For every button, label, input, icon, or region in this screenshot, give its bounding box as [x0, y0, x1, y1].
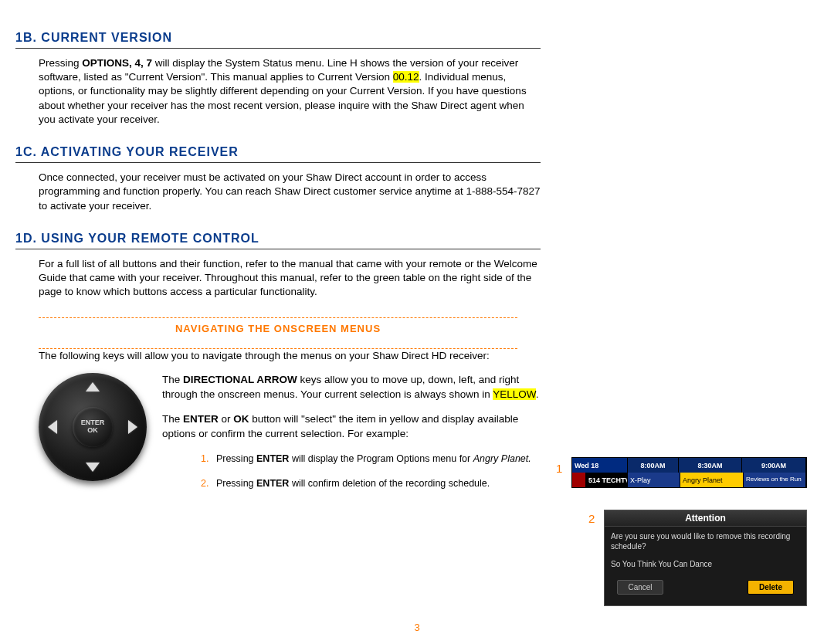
text: Pressing	[216, 453, 256, 464]
remote-dpad-image: ENTER OK	[39, 373, 147, 481]
guide-program-selected: Angry Planet	[680, 473, 744, 487]
yellow-highlight: YELLOW	[493, 388, 536, 400]
ok-term: OK	[233, 413, 249, 425]
text: The	[162, 374, 183, 385]
guide-color-block	[572, 473, 586, 487]
guide-grid: Wed 18 8:00AM 8:30AM 9:00AM 514 TECHTV X…	[571, 457, 807, 488]
section-1b-body: Pressing OPTIONS, 4, 7 will display the …	[15, 56, 541, 127]
attention-dialog: Attention Are you sure you would like to…	[604, 510, 807, 606]
cancel-button[interactable]: Cancel	[617, 580, 663, 595]
enter-ok-button-graphic: ENTER OK	[73, 407, 113, 447]
channel-number: 514	[588, 476, 600, 484]
example-1: 1. Pressing ENTER will display the Progr…	[201, 452, 541, 466]
callout-number-1: 1	[556, 462, 562, 475]
section-heading-1d: 1D. USING YOUR REMOTE CONTROL	[15, 232, 541, 249]
dialog-program-name: So You Think You Can Dance	[611, 559, 800, 569]
text: .	[536, 388, 539, 400]
arrow-up-icon	[86, 382, 100, 391]
directional-arrow-term: DIRECTIONAL ARROW	[183, 374, 297, 385]
version-highlight: 00.12	[393, 71, 419, 83]
options-keys: OPTIONS, 4, 7	[82, 57, 152, 69]
enter-term: ENTER	[256, 478, 289, 489]
section-heading-1c: 1C. ACTIVATING YOUR RECEIVER	[15, 145, 541, 163]
text: will confirm deletion of the recording s…	[289, 478, 490, 489]
text: Pressing	[39, 57, 82, 69]
directional-arrow-desc: The DIRECTIONAL ARROW keys allow you to …	[162, 373, 541, 402]
section-heading-1b: 1B. CURRENT VERSION	[15, 31, 541, 49]
channel-name: TECHTV	[602, 476, 628, 484]
text: will display the Program Options menu fo…	[289, 453, 473, 464]
delete-button[interactable]: Delete	[748, 580, 794, 595]
program-name: Angry Planet.	[473, 453, 531, 464]
guide-time-2: 8:30AM	[679, 458, 742, 473]
arrow-down-icon	[86, 463, 100, 472]
ok-label: OK	[87, 427, 98, 435]
dialog-message: Are you sure you would like to remove th…	[611, 531, 800, 551]
guide-time-1: 8:00AM	[628, 458, 679, 473]
guide-date: Wed 18	[572, 458, 628, 473]
enter-ok-desc: The ENTER or OK button will "select" the…	[162, 412, 541, 442]
guide-program-xplay: X-Play	[628, 473, 680, 487]
list-number: 1.	[201, 453, 208, 464]
text: The	[162, 413, 183, 425]
section-1d-intro: For a full list of all buttons and their…	[15, 257, 541, 300]
list-number: 2.	[201, 478, 208, 489]
callout-number-2: 2	[588, 512, 595, 525]
page-number: 3	[414, 622, 419, 633]
guide-program-reviews: Reviews on the Run	[744, 473, 806, 487]
text: or	[219, 413, 234, 425]
enter-term: ENTER	[183, 413, 219, 425]
text: Pressing	[216, 478, 256, 489]
arrow-right-icon	[128, 420, 137, 434]
enter-term: ENTER	[256, 453, 289, 464]
example-2: 2. Pressing ENTER will confirm deletion …	[201, 477, 541, 491]
section-1c-body: Once connected, your receiver must be ac…	[15, 171, 541, 213]
guide-time-3: 9:00AM	[742, 458, 806, 473]
arrow-left-icon	[48, 420, 57, 434]
subsection-heading: NAVIGATING THE ONSCREEN MENUS	[15, 323, 541, 334]
dialog-title: Attention	[605, 510, 806, 527]
divider	[39, 317, 517, 318]
nav-intro: The following keys will allow you to nav…	[15, 349, 541, 363]
guide-channel: 514 TECHTV	[586, 473, 628, 487]
